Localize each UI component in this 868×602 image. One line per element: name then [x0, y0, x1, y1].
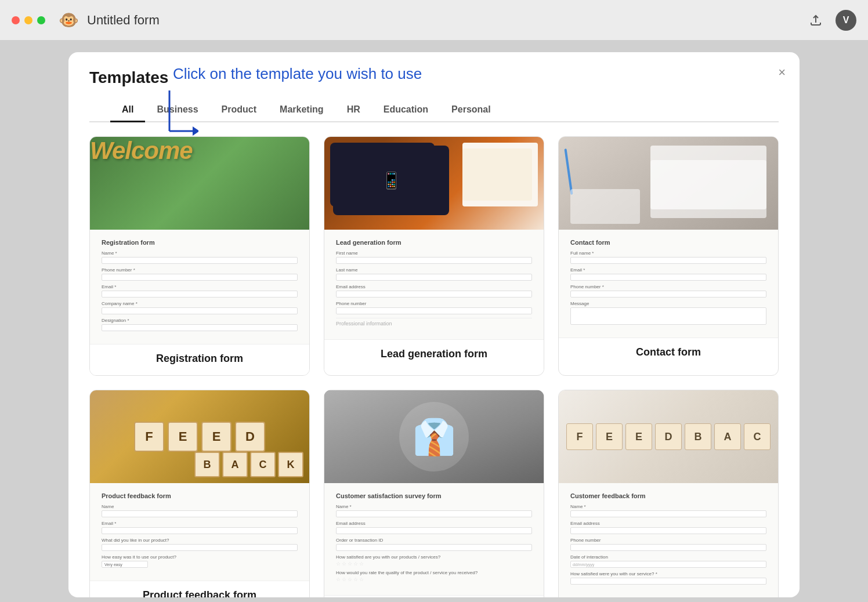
form-field: Designation *	[102, 318, 298, 331]
tab-business[interactable]: Business	[145, 99, 209, 122]
titlebar-content: 🐵 Untitled form	[57, 9, 805, 32]
card-footer-satisfaction: Customer satisfaction survey form	[324, 595, 544, 597]
form-preview-title: Customer feedback form	[570, 492, 766, 499]
card-body-registration: Registration form Name * Phone number * …	[90, 230, 309, 344]
form-preview-title: Customer satisfaction survey form	[336, 492, 532, 499]
form-field: Name	[102, 504, 298, 517]
form-field: Email address	[336, 284, 532, 298]
form-field: First name	[336, 251, 532, 264]
tab-hr[interactable]: HR	[335, 99, 372, 122]
template-card-product-feedback[interactable]: F E E D B A C K Product feedb	[89, 390, 310, 597]
app-logo: 🐵	[57, 9, 80, 32]
tabs-bar: All Business Product Marketing HR Educat…	[89, 99, 779, 122]
card-footer-contact: Contact form	[559, 338, 778, 369]
card-body-contact: Contact form Full name * Email * Phone n…	[559, 230, 778, 338]
templates-modal: Templates × Click on the template you wi…	[68, 52, 800, 597]
card-footer-lead: Lead generation form	[324, 339, 544, 371]
form-field: Email *	[102, 521, 298, 534]
form-preview-title: Product feedback form	[102, 492, 298, 499]
form-field: Email *	[102, 284, 298, 298]
form-field: Phone number *	[570, 284, 766, 298]
template-card-satisfaction[interactable]: 👔 Customer satisfaction survey form Name…	[324, 390, 544, 597]
template-card-registration[interactable]: Registration form Name * Phone number * …	[89, 136, 310, 376]
card-body-lead: Lead generation form First name Last nam…	[324, 230, 544, 339]
card-image-satisfaction: 👔	[324, 390, 544, 483]
template-name: Contact form	[570, 346, 766, 358]
card-footer-product: Product feedback form	[90, 581, 309, 597]
form-field: Email *	[570, 267, 766, 281]
feedback-letters: F E E D B A C	[566, 423, 771, 450]
app-title: Untitled form	[87, 13, 160, 28]
feed-letters: F E E D	[134, 422, 265, 452]
user-avatar[interactable]: V	[836, 10, 856, 31]
template-card-customer-feedback[interactable]: F E E D B A C Customer feedback form Nam…	[558, 390, 779, 597]
form-field: Company name *	[102, 301, 298, 314]
card-image-lead: 📱 6999 4699	[324, 137, 544, 230]
form-field: Last name	[336, 267, 532, 281]
traffic-lights	[12, 16, 45, 24]
template-card-contact[interactable]: Contact form Full name * Email * Phone n…	[558, 136, 779, 376]
card-image-product: F E E D B A C K	[90, 390, 309, 483]
template-name: Product feedback form	[102, 589, 298, 597]
form-field: Date of interaction dd/mm/yyyy	[570, 554, 766, 568]
form-field: Email address	[570, 521, 766, 534]
form-field: How satisfied were you with our service?…	[570, 571, 766, 585]
template-name: Lead generation form	[336, 348, 532, 360]
template-card-lead[interactable]: 📱 6999 4699 Lead generation form First n…	[324, 136, 544, 376]
card-footer-registration: Registration form	[90, 344, 309, 375]
modal-body: Registration form Name * Phone number * …	[68, 122, 800, 597]
maximize-traffic-light[interactable]	[37, 16, 45, 24]
tab-education[interactable]: Education	[372, 99, 440, 122]
tab-product[interactable]: Product	[210, 99, 268, 122]
form-field: Message	[570, 301, 766, 325]
modal-title: Templates	[89, 68, 779, 87]
minimize-traffic-light[interactable]	[24, 16, 32, 24]
form-field: Name *	[570, 504, 766, 517]
form-field: Name *	[102, 251, 298, 264]
close-traffic-light[interactable]	[12, 16, 20, 24]
form-field: Order or transaction ID	[336, 538, 532, 551]
form-field: How easy was it to use our product? Very…	[102, 554, 298, 568]
tab-all[interactable]: All	[110, 99, 145, 122]
form-field: How satisfied are you with our products …	[336, 554, 532, 567]
template-grid: Registration form Name * Phone number * …	[89, 136, 779, 597]
template-name: Registration form	[102, 353, 298, 365]
form-field: How would you rate the quality of the pr…	[336, 570, 532, 582]
form-field: Phone number	[336, 301, 532, 314]
form-field: Name *	[336, 504, 532, 517]
card-body-satisfaction: Customer satisfaction survey form Name *…	[324, 483, 544, 595]
form-preview-title: Lead generation form	[336, 239, 532, 246]
card-image-contact	[559, 137, 778, 230]
card-image-registration	[90, 137, 309, 230]
share-button[interactable]	[805, 10, 826, 31]
titlebar: 🐵 Untitled form V	[0, 0, 868, 41]
modal-overlay: Templates × Click on the template you wi…	[0, 41, 868, 602]
card-body-product: Product feedback form Name Email * What …	[90, 483, 309, 581]
form-field: Phone number	[570, 538, 766, 551]
form-field: Phone number *	[102, 267, 298, 281]
modal-header: Templates × Click on the template you wi…	[68, 52, 800, 122]
tab-marketing[interactable]: Marketing	[268, 99, 335, 122]
tab-personal[interactable]: Personal	[440, 99, 502, 122]
form-preview-title: Contact form	[570, 239, 766, 246]
card-image-feedback: F E E D B A C	[559, 390, 778, 483]
close-button[interactable]: ×	[778, 66, 786, 79]
card-body-customer-feedback: Customer feedback form Name * Email addr…	[559, 483, 778, 597]
form-field: What did you like in our product?	[102, 538, 298, 551]
form-field: Full name *	[570, 251, 766, 264]
form-field: Email address	[336, 521, 532, 534]
form-preview-title: Registration form	[102, 239, 298, 246]
titlebar-actions: V	[805, 10, 856, 31]
form-field: Professional information	[336, 318, 532, 327]
